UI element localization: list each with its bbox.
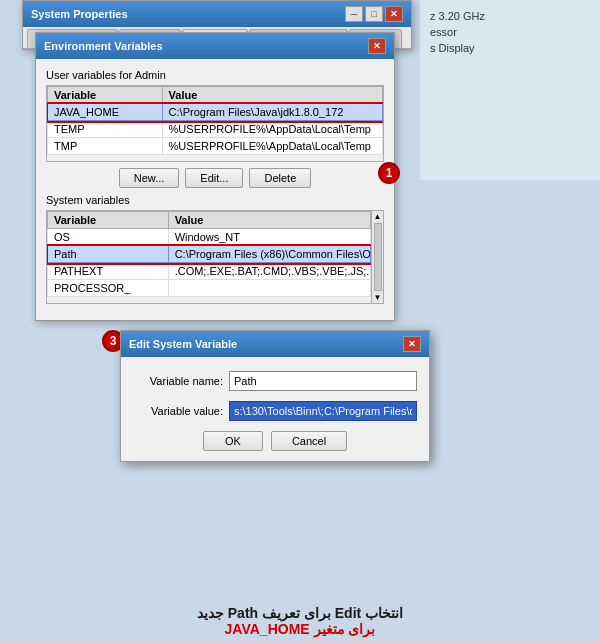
user-new-button[interactable]: New... [119, 168, 180, 188]
edit-close-button[interactable]: ✕ [403, 336, 421, 352]
system-props-titlebar: System Properties ─ □ ✕ [23, 1, 411, 27]
sys-col-value: Value [168, 212, 370, 229]
user-var-java-value: C:\Program Files\Java\jdk1.8.0_172 [162, 104, 382, 121]
sys-var-path-name: Path [48, 246, 169, 263]
edit-cancel-button[interactable]: Cancel [271, 431, 347, 451]
env-dialog: Environment Variables ✕ User variables f… [35, 32, 395, 321]
variable-name-input[interactable] [229, 371, 417, 391]
background-panel: z 3.20 GHz essor s Display [420, 0, 600, 180]
minimize-button[interactable]: ─ [345, 6, 363, 22]
user-var-tmp-name: TMP [48, 138, 163, 155]
env-content: User variables for Admin Variable Value … [36, 59, 394, 320]
edit-titlebar: Edit System Variable ✕ [121, 331, 429, 357]
annotation-line1-text: انتخاب Edit برای تعریف Path جدید [197, 605, 403, 621]
user-table-scroll: Variable Value JAVA_HOME C:\Program File… [46, 85, 384, 162]
user-delete-button[interactable]: Delete [249, 168, 311, 188]
scroll-down-arrow[interactable]: ▼ [374, 293, 382, 302]
badge-1: 1 [378, 162, 400, 184]
annotation-block: انتخاب Edit برای تعریف Path جدید برای مت… [10, 605, 590, 637]
scroll-up-arrow[interactable]: ▲ [374, 212, 382, 221]
system-section-label: System variables [46, 194, 384, 206]
system-props-title: System Properties [31, 8, 128, 20]
bg-text-2: essor [430, 26, 590, 38]
system-table-scroll: Variable Value OS Windows_NT Path C:\Pro… [46, 210, 384, 304]
badge-1-text: 1 [386, 166, 393, 180]
variable-name-row: Variable name: [133, 371, 417, 391]
user-var-row-tmp[interactable]: TMP %USERPROFILE%\AppData\Local\Temp [48, 138, 383, 155]
user-col-variable: Variable [48, 87, 163, 104]
user-vars-table: Variable Value JAVA_HOME C:\Program File… [47, 86, 383, 155]
user-var-row-java[interactable]: JAVA_HOME C:\Program Files\Java\jdk1.8.0… [48, 104, 383, 121]
titlebar-buttons: ─ □ ✕ [345, 6, 403, 22]
edit-title: Edit System Variable [129, 338, 237, 350]
scroll-thumb[interactable] [374, 223, 382, 291]
maximize-button[interactable]: □ [365, 6, 383, 22]
annotation-line1: انتخاب Edit برای تعریف Path جدید [10, 605, 590, 621]
sys-var-row-pathext[interactable]: PATHEXT .COM;.EXE;.BAT;.CMD;.VBS;.VBE;.J… [48, 263, 371, 280]
variable-value-label: Variable value: [133, 405, 223, 417]
user-var-row-temp[interactable]: TEMP %USERPROFILE%\AppData\Local\Temp [48, 121, 383, 138]
user-edit-button[interactable]: Edit... [185, 168, 243, 188]
close-button[interactable]: ✕ [385, 6, 403, 22]
sys-var-row-os[interactable]: OS Windows_NT [48, 229, 371, 246]
variable-value-input[interactable] [229, 401, 417, 421]
sys-var-pathext-name: PATHEXT [48, 263, 169, 280]
user-var-java-name: JAVA_HOME [48, 104, 163, 121]
env-title: Environment Variables [44, 40, 163, 52]
sys-col-variable: Variable [48, 212, 169, 229]
badge-3-text: 3 [110, 334, 117, 348]
edit-btn-row: OK Cancel [133, 431, 417, 451]
sys-var-proc-name: PROCESSOR_ [48, 280, 169, 297]
user-var-temp-value: %USERPROFILE%\AppData\Local\Temp [162, 121, 382, 138]
sys-var-pathext-value: .COM;.EXE;.BAT;.CMD;.VBS;.VBE;.JS;.... [168, 263, 370, 280]
edit-content: Variable name: Variable value: OK Cancel [121, 357, 429, 461]
user-section-label: User variables for Admin [46, 69, 384, 81]
edit-ok-button[interactable]: OK [203, 431, 263, 451]
sys-var-row-processor[interactable]: PROCESSOR_ [48, 280, 371, 297]
annotation-line2: برای متغیر JAVA_HOME [10, 621, 590, 637]
system-vars-container: Variable Value OS Windows_NT Path C:\Pro… [46, 210, 384, 304]
bg-text-3: s Display [430, 42, 590, 54]
user-btn-row: New... Edit... Delete [46, 168, 384, 188]
variable-value-row: Variable value: [133, 401, 417, 421]
variable-name-label: Variable name: [133, 375, 223, 387]
user-vars-container: Variable Value JAVA_HOME C:\Program File… [46, 85, 384, 162]
sys-var-os-name: OS [48, 229, 169, 246]
user-var-temp-name: TEMP [48, 121, 163, 138]
system-vars-table: Variable Value OS Windows_NT Path C:\Pro… [47, 211, 371, 297]
env-close-button[interactable]: ✕ [368, 38, 386, 54]
system-table-scrollbar[interactable]: ▲ ▼ [371, 211, 383, 303]
edit-dialog: Edit System Variable ✕ Variable name: Va… [120, 330, 430, 462]
bg-text-1: z 3.20 GHz [430, 10, 590, 22]
user-col-value: Value [162, 87, 382, 104]
env-titlebar: Environment Variables ✕ [36, 33, 394, 59]
sys-var-row-path[interactable]: Path C:\Program Files (x86)\Common Files… [48, 246, 371, 263]
sys-var-path-value: C:\Program Files (x86)\Common Files\O... [168, 246, 370, 263]
sys-var-proc-value [168, 280, 370, 297]
user-var-tmp-value: %USERPROFILE%\AppData\Local\Temp [162, 138, 382, 155]
sys-var-os-value: Windows_NT [168, 229, 370, 246]
